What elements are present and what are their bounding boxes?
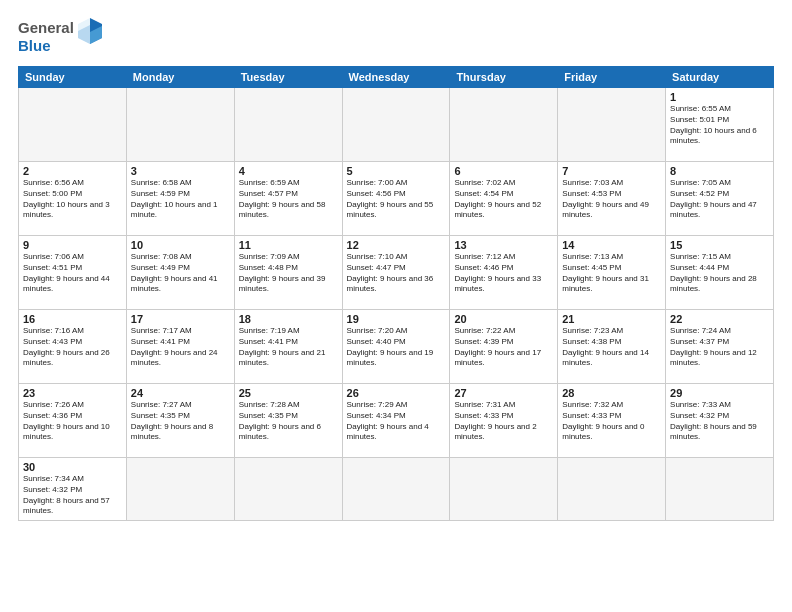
day-info: Sunrise: 7:26 AM Sunset: 4:36 PM Dayligh… xyxy=(23,400,122,443)
day-number: 25 xyxy=(239,387,338,399)
day-number: 6 xyxy=(454,165,553,177)
page: General Blue SundayMondayTuesdayWednesda… xyxy=(0,0,792,612)
logo: General Blue xyxy=(18,16,108,56)
day-info: Sunrise: 7:29 AM Sunset: 4:34 PM Dayligh… xyxy=(347,400,446,443)
day-info: Sunrise: 7:00 AM Sunset: 4:56 PM Dayligh… xyxy=(347,178,446,221)
day-info: Sunrise: 7:02 AM Sunset: 4:54 PM Dayligh… xyxy=(454,178,553,221)
calendar-header-thursday: Thursday xyxy=(450,67,558,88)
calendar-cell: 16Sunrise: 7:16 AM Sunset: 4:43 PM Dayli… xyxy=(19,310,127,384)
calendar-cell: 10Sunrise: 7:08 AM Sunset: 4:49 PM Dayli… xyxy=(126,236,234,310)
generalblue-logo-icon: General Blue xyxy=(18,16,108,56)
header: General Blue xyxy=(18,16,774,56)
calendar-cell: 11Sunrise: 7:09 AM Sunset: 4:48 PM Dayli… xyxy=(234,236,342,310)
day-number: 16 xyxy=(23,313,122,325)
calendar-week-row: 1Sunrise: 6:55 AM Sunset: 5:01 PM Daylig… xyxy=(19,88,774,162)
calendar-cell: 27Sunrise: 7:31 AM Sunset: 4:33 PM Dayli… xyxy=(450,384,558,458)
calendar-cell: 9Sunrise: 7:06 AM Sunset: 4:51 PM Daylig… xyxy=(19,236,127,310)
calendar-cell: 28Sunrise: 7:32 AM Sunset: 4:33 PM Dayli… xyxy=(558,384,666,458)
calendar-header-wednesday: Wednesday xyxy=(342,67,450,88)
calendar-cell xyxy=(450,88,558,162)
day-info: Sunrise: 7:16 AM Sunset: 4:43 PM Dayligh… xyxy=(23,326,122,369)
calendar-cell: 15Sunrise: 7:15 AM Sunset: 4:44 PM Dayli… xyxy=(666,236,774,310)
calendar-cell xyxy=(126,88,234,162)
day-number: 17 xyxy=(131,313,230,325)
svg-text:General: General xyxy=(18,19,74,36)
day-number: 27 xyxy=(454,387,553,399)
calendar-cell: 1Sunrise: 6:55 AM Sunset: 5:01 PM Daylig… xyxy=(666,88,774,162)
day-info: Sunrise: 7:31 AM Sunset: 4:33 PM Dayligh… xyxy=(454,400,553,443)
calendar-cell xyxy=(450,458,558,521)
day-number: 20 xyxy=(454,313,553,325)
day-number: 19 xyxy=(347,313,446,325)
calendar-cell: 13Sunrise: 7:12 AM Sunset: 4:46 PM Dayli… xyxy=(450,236,558,310)
day-number: 15 xyxy=(670,239,769,251)
calendar-cell: 7Sunrise: 7:03 AM Sunset: 4:53 PM Daylig… xyxy=(558,162,666,236)
calendar-cell: 6Sunrise: 7:02 AM Sunset: 4:54 PM Daylig… xyxy=(450,162,558,236)
day-info: Sunrise: 7:32 AM Sunset: 4:33 PM Dayligh… xyxy=(562,400,661,443)
calendar-cell: 23Sunrise: 7:26 AM Sunset: 4:36 PM Dayli… xyxy=(19,384,127,458)
calendar-table: SundayMondayTuesdayWednesdayThursdayFrid… xyxy=(18,66,774,521)
calendar-cell: 24Sunrise: 7:27 AM Sunset: 4:35 PM Dayli… xyxy=(126,384,234,458)
calendar-cell: 4Sunrise: 6:59 AM Sunset: 4:57 PM Daylig… xyxy=(234,162,342,236)
day-info: Sunrise: 6:59 AM Sunset: 4:57 PM Dayligh… xyxy=(239,178,338,221)
day-info: Sunrise: 7:19 AM Sunset: 4:41 PM Dayligh… xyxy=(239,326,338,369)
day-number: 29 xyxy=(670,387,769,399)
day-number: 18 xyxy=(239,313,338,325)
day-info: Sunrise: 7:08 AM Sunset: 4:49 PM Dayligh… xyxy=(131,252,230,295)
day-number: 3 xyxy=(131,165,230,177)
day-number: 14 xyxy=(562,239,661,251)
day-number: 26 xyxy=(347,387,446,399)
calendar-cell: 3Sunrise: 6:58 AM Sunset: 4:59 PM Daylig… xyxy=(126,162,234,236)
calendar-cell xyxy=(666,458,774,521)
calendar-week-row: 16Sunrise: 7:16 AM Sunset: 4:43 PM Dayli… xyxy=(19,310,774,384)
day-info: Sunrise: 6:56 AM Sunset: 5:00 PM Dayligh… xyxy=(23,178,122,221)
svg-text:Blue: Blue xyxy=(18,37,51,54)
day-number: 22 xyxy=(670,313,769,325)
calendar-cell: 30Sunrise: 7:34 AM Sunset: 4:32 PM Dayli… xyxy=(19,458,127,521)
day-info: Sunrise: 6:55 AM Sunset: 5:01 PM Dayligh… xyxy=(670,104,769,147)
calendar-cell xyxy=(234,458,342,521)
calendar-cell: 12Sunrise: 7:10 AM Sunset: 4:47 PM Dayli… xyxy=(342,236,450,310)
calendar-week-row: 23Sunrise: 7:26 AM Sunset: 4:36 PM Dayli… xyxy=(19,384,774,458)
day-info: Sunrise: 7:28 AM Sunset: 4:35 PM Dayligh… xyxy=(239,400,338,443)
day-number: 12 xyxy=(347,239,446,251)
day-number: 4 xyxy=(239,165,338,177)
day-info: Sunrise: 7:15 AM Sunset: 4:44 PM Dayligh… xyxy=(670,252,769,295)
day-number: 1 xyxy=(670,91,769,103)
day-info: Sunrise: 7:27 AM Sunset: 4:35 PM Dayligh… xyxy=(131,400,230,443)
day-number: 21 xyxy=(562,313,661,325)
day-info: Sunrise: 7:13 AM Sunset: 4:45 PM Dayligh… xyxy=(562,252,661,295)
calendar-cell: 2Sunrise: 6:56 AM Sunset: 5:00 PM Daylig… xyxy=(19,162,127,236)
calendar-cell: 22Sunrise: 7:24 AM Sunset: 4:37 PM Dayli… xyxy=(666,310,774,384)
calendar-cell: 14Sunrise: 7:13 AM Sunset: 4:45 PM Dayli… xyxy=(558,236,666,310)
calendar-week-row: 30Sunrise: 7:34 AM Sunset: 4:32 PM Dayli… xyxy=(19,458,774,521)
day-info: Sunrise: 7:33 AM Sunset: 4:32 PM Dayligh… xyxy=(670,400,769,443)
day-info: Sunrise: 7:17 AM Sunset: 4:41 PM Dayligh… xyxy=(131,326,230,369)
calendar-cell xyxy=(126,458,234,521)
day-number: 2 xyxy=(23,165,122,177)
day-info: Sunrise: 7:10 AM Sunset: 4:47 PM Dayligh… xyxy=(347,252,446,295)
day-number: 5 xyxy=(347,165,446,177)
calendar-cell xyxy=(558,458,666,521)
calendar-cell: 25Sunrise: 7:28 AM Sunset: 4:35 PM Dayli… xyxy=(234,384,342,458)
calendar-header-sunday: Sunday xyxy=(19,67,127,88)
calendar-cell: 19Sunrise: 7:20 AM Sunset: 4:40 PM Dayli… xyxy=(342,310,450,384)
calendar-cell xyxy=(234,88,342,162)
calendar-cell: 17Sunrise: 7:17 AM Sunset: 4:41 PM Dayli… xyxy=(126,310,234,384)
day-info: Sunrise: 7:23 AM Sunset: 4:38 PM Dayligh… xyxy=(562,326,661,369)
calendar-header-monday: Monday xyxy=(126,67,234,88)
day-info: Sunrise: 7:05 AM Sunset: 4:52 PM Dayligh… xyxy=(670,178,769,221)
calendar-cell xyxy=(342,88,450,162)
day-info: Sunrise: 7:34 AM Sunset: 4:32 PM Dayligh… xyxy=(23,474,122,517)
day-number: 28 xyxy=(562,387,661,399)
calendar-week-row: 2Sunrise: 6:56 AM Sunset: 5:00 PM Daylig… xyxy=(19,162,774,236)
day-info: Sunrise: 6:58 AM Sunset: 4:59 PM Dayligh… xyxy=(131,178,230,221)
day-info: Sunrise: 7:24 AM Sunset: 4:37 PM Dayligh… xyxy=(670,326,769,369)
day-number: 23 xyxy=(23,387,122,399)
calendar-cell: 8Sunrise: 7:05 AM Sunset: 4:52 PM Daylig… xyxy=(666,162,774,236)
calendar-header-friday: Friday xyxy=(558,67,666,88)
day-number: 8 xyxy=(670,165,769,177)
day-number: 13 xyxy=(454,239,553,251)
calendar-header-saturday: Saturday xyxy=(666,67,774,88)
day-number: 7 xyxy=(562,165,661,177)
